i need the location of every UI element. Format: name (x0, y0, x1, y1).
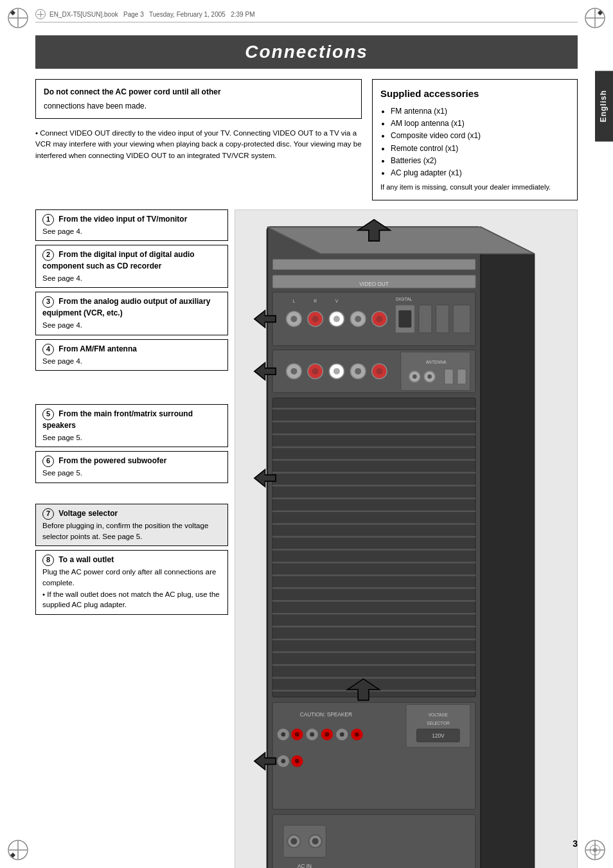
callout-number-6: 6 (42, 456, 54, 467)
svg-text:ANTENNA: ANTENNA (426, 360, 447, 364)
warning-line2: connections have been made. (44, 102, 147, 111)
svg-point-29 (333, 315, 340, 322)
svg-text:SELECTOR: SELECTOR (427, 721, 450, 725)
svg-text:VIDEO OUT: VIDEO OUT (359, 281, 389, 287)
page-title: Connections (35, 42, 578, 62)
svg-rect-20 (272, 259, 475, 270)
callout-detail2-8: • If the wall outlet does not match the … (42, 589, 221, 610)
callout-number-1: 1 (42, 214, 54, 226)
svg-point-101 (281, 759, 285, 763)
svg-point-27 (312, 315, 319, 322)
callout-number-4: 4 (42, 344, 54, 355)
callout-title-7: Voltage selector (58, 509, 118, 518)
warning-box: Do not connect the AC power cord until a… (35, 79, 362, 119)
svg-point-45 (290, 368, 297, 375)
svg-point-114 (312, 838, 319, 844)
callout-title-1: From the video input of TV/monitor (58, 215, 187, 224)
callout-seepage-4: See page 4. (42, 356, 221, 367)
language-tab: English (595, 71, 613, 141)
svg-point-57 (413, 375, 417, 379)
accessory-item: Remote control (x1) (391, 143, 569, 155)
svg-text:V: V (335, 299, 339, 303)
svg-point-59 (427, 375, 432, 379)
callout-seepage-6: See page 5. (42, 468, 221, 479)
svg-point-47 (312, 368, 319, 375)
accessories-box: Supplied accessories FM antenna (x1)AM l… (372, 79, 578, 200)
callout-number-3: 3 (42, 296, 54, 308)
svg-point-25 (290, 315, 297, 322)
svg-rect-36 (419, 305, 432, 333)
svg-rect-38 (453, 305, 470, 333)
svg-point-89 (281, 732, 285, 737)
callout-title-5: From the main front/matrix surround spea… (42, 409, 193, 430)
svg-text:AC IN: AC IN (298, 863, 312, 868)
callout-title-6: From the powered subwoofer (58, 456, 166, 465)
svg-rect-37 (436, 305, 449, 333)
callout-item-3: 3 From the analog audio output of auxili… (35, 292, 228, 335)
callout-title-8: To a wall outlet (58, 555, 114, 564)
svg-point-112 (290, 838, 297, 844)
svg-point-103 (295, 759, 299, 763)
svg-text:R: R (314, 299, 317, 303)
svg-point-49 (333, 368, 340, 375)
callout-spacer (35, 487, 228, 500)
callout-item-7: 7 Voltage selectorBefore plugging in, co… (35, 504, 228, 546)
meta-text: EN_DX-T5[USUN].book Page 3 Tuesday, Febr… (49, 11, 254, 18)
callout-title-3: From the analog audio output of auxiliar… (42, 297, 210, 318)
diagram-section: 1 From the video input of TV/monitorSee … (35, 209, 578, 868)
svg-point-95 (325, 732, 330, 737)
callout-seepage-1: See page 4. (42, 226, 221, 237)
accessories-col: Supplied accessories FM antenna (x1)AM l… (372, 79, 578, 200)
callout-item-8: 8 To a wall outletPlug the AC power cord… (35, 550, 228, 615)
svg-rect-35 (398, 310, 411, 328)
svg-point-51 (355, 368, 361, 375)
callout-number-2: 2 (42, 249, 54, 261)
callout-item-1: 1 From the video input of TV/monitorSee … (35, 209, 228, 242)
top-section: Do not connect the AC power cord until a… (35, 79, 578, 200)
svg-point-91 (295, 732, 299, 737)
corner-decoration-tr (582, 5, 608, 31)
callout-item-5: 5 From the main front/matrix surround sp… (35, 404, 228, 447)
warning-line1: Do not connect the AC power cord until a… (44, 86, 353, 98)
device-illustration: VIDEO OUT (235, 209, 578, 868)
callout-seepage-5: See page 5. (42, 432, 221, 443)
svg-point-16 (593, 848, 597, 852)
intro-text: • Connect VIDEO OUT directly to the vide… (35, 128, 362, 161)
corner-decoration-tl (5, 5, 31, 31)
corner-decoration-br (582, 837, 608, 863)
meta-bar: EN_DX-T5[USUN].book Page 3 Tuesday, Febr… (35, 9, 578, 22)
accessory-item: FM antenna (x1) (391, 105, 569, 118)
main-content: Connections Do not connect the AC power … (35, 35, 578, 833)
svg-point-93 (310, 732, 314, 737)
svg-marker-18 (481, 227, 534, 868)
accessory-item: AM loop antenna (x1) (391, 118, 569, 130)
svg-rect-61 (458, 369, 466, 384)
callout-item-2: 2 From the digital input of digital audi… (35, 245, 228, 288)
callout-item-6: 6 From the powered subwooferSee page 5. (35, 451, 228, 483)
callout-item-4: 4 From AM/FM antennaSee page 4. (35, 339, 228, 371)
callout-detail1-8: Plug the AC power cord only after all co… (42, 567, 221, 588)
device-svg: VIDEO OUT (235, 210, 577, 868)
svg-text:120V: 120V (432, 732, 445, 739)
callout-number-7: 7 (42, 508, 54, 520)
svg-text:VOLTAGE: VOLTAGE (429, 713, 449, 717)
svg-point-53 (376, 368, 382, 375)
accessories-note: If any item is missing, consult your dea… (380, 182, 569, 193)
crosshair-icon (35, 9, 46, 19)
callout-detail-7: Before plugging in, confirm the position… (42, 520, 221, 542)
accessory-item: Composite video cord (x1) (391, 130, 569, 142)
accessories-title: Supplied accessories (380, 86, 569, 102)
callout-list: 1 From the video input of TV/monitorSee … (35, 209, 228, 868)
svg-rect-60 (445, 369, 453, 384)
svg-text:L: L (293, 299, 296, 303)
accessories-list: FM antenna (x1)AM loop antenna (x1)Compo… (391, 105, 569, 179)
accessory-item: Batteries (x2) (391, 155, 569, 167)
svg-point-99 (355, 732, 359, 737)
page-number: 3 (573, 838, 578, 849)
svg-point-31 (355, 315, 361, 322)
callout-number-5: 5 (42, 409, 54, 420)
callout-number-8: 8 (42, 554, 54, 566)
svg-text:CAUTION: SPEAKER: CAUTION: SPEAKER (300, 711, 352, 718)
callout-title-2: From the digital input of digital audio … (42, 251, 195, 271)
corner-decoration-bl (5, 837, 31, 863)
